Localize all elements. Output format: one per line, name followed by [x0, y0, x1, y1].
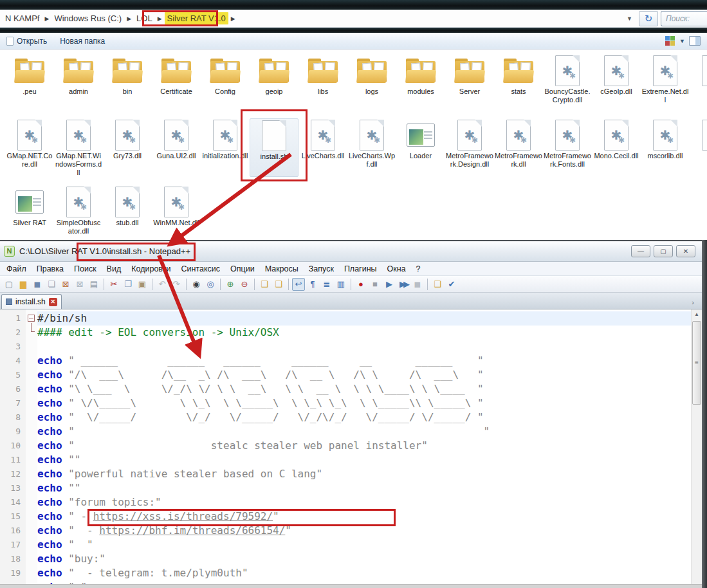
scrollbar-thumb[interactable] — [692, 321, 701, 405]
breadcrumb-item[interactable]: LOL — [134, 12, 155, 24]
breadcrumb-item[interactable]: Windows Rus (C:) — [51, 12, 124, 24]
zoom-out-icon[interactable]: ⊖ — [238, 278, 251, 291]
fold-marker[interactable] — [26, 326, 37, 340]
file-item-admin[interactable]: admin — [54, 54, 103, 104]
print-icon[interactable]: ▤ — [87, 278, 100, 291]
close-all-icon[interactable]: ⊠ — [73, 278, 86, 291]
file-item-certificate[interactable]: Certificate — [152, 54, 201, 104]
copy-icon[interactable]: ❐ — [122, 278, 134, 291]
file-item-livecharts-wpf-dll[interactable]: ✱✱LiveCharts.Wpf.dll — [347, 118, 396, 177]
menu-окна[interactable]: Окна — [382, 264, 411, 273]
vertical-scrollbar[interactable]: ▲ — [691, 309, 702, 584]
preview-pane-icon[interactable] — [689, 36, 701, 46]
tab-close-icon[interactable]: ✕ — [49, 298, 57, 306]
file-item-cgeoip-dll[interactable]: ✱✱cGeoIp.dll — [592, 54, 641, 104]
close-button[interactable]: ✕ — [676, 245, 695, 257]
word-wrap-icon[interactable]: ↩ — [292, 278, 305, 291]
file-item-gmap-net-windowsforms-dll[interactable]: ✱✱GMap.NET.WindowsForms.dll — [54, 118, 103, 177]
macro-stop-icon[interactable]: ■ — [369, 278, 381, 291]
file-item-gmap-net-core-dll[interactable]: ✱✱GMap.NET.Core.dll — [5, 118, 54, 177]
notepadpp-titlebar[interactable]: N C:\LOL\Silver RAT V1.0\install.sh - No… — [0, 241, 702, 262]
breadcrumb-item[interactable]: Silver RAT V1.0 — [165, 12, 228, 24]
new-folder-button[interactable]: Новая папка — [53, 33, 111, 49]
open-folder-icon[interactable]: ▆ — [17, 278, 30, 291]
code-area[interactable]: 1#/bin/sh2#### edit -> EOL conversion ->… — [0, 309, 691, 584]
macro-save-icon[interactable]: ◼ — [411, 278, 424, 291]
file-item-stats[interactable]: stats — [494, 54, 543, 104]
menu-макросы[interactable]: Макросы — [260, 264, 304, 273]
open-button[interactable]: Открыть — [0, 33, 53, 49]
redo-icon[interactable]: ↷ — [170, 278, 183, 291]
file-item-config[interactable]: Config — [201, 54, 250, 104]
file-item-mono-cecil-dll[interactable]: ✱✱Mono.Cecil.dll — [592, 118, 641, 177]
file-item-silver-rat[interactable]: Silver RAT — [5, 185, 54, 235]
file-item-initialization-dll[interactable]: ✱✱initialization.dll — [201, 118, 250, 177]
file-item-na[interactable]: ✱✱NA — [690, 118, 707, 177]
file-item-metroframework-fonts-dll[interactable]: ✱✱MetroFramework.Fonts.dll — [543, 118, 592, 177]
address-dropdown-icon[interactable]: ▼ — [620, 15, 639, 22]
file-item-metroframework-dll[interactable]: ✱✱MetroFramework.dll — [494, 118, 543, 177]
scroll-up-icon[interactable]: ▲ — [692, 309, 702, 320]
view-dropdown-icon[interactable]: ▼ — [679, 38, 685, 44]
undo-icon[interactable]: ↶ — [156, 278, 169, 291]
menu-синтаксис[interactable]: Синтаксис — [176, 264, 225, 273]
menu-правка[interactable]: Правка — [32, 264, 69, 273]
file-item-geoip[interactable]: geoip — [250, 54, 298, 104]
minimize-button[interactable]: — — [631, 245, 650, 257]
show-all-chars-icon[interactable]: ¶ — [306, 278, 319, 291]
file-item-livecharts-dll[interactable]: ✱✱LiveCharts.dll — [298, 118, 347, 177]
file-item-ge[interactable]: ✱✱Ge — [690, 54, 707, 104]
editor[interactable]: 1#/bin/sh2#### edit -> EOL conversion ->… — [0, 309, 702, 584]
explorer-address-bar[interactable]: N KAMPf▶Windows Rus (C:)▶LOL▶Silver RAT … — [0, 10, 707, 28]
menu-опции[interactable]: Опции — [225, 264, 260, 273]
menu-вид[interactable]: Вид — [102, 264, 127, 273]
file-item-modules[interactable]: modules — [396, 54, 445, 104]
file-item-bouncycastle-crypto-dll[interactable]: ✱✱BouncyCastle.Crypto.dll — [543, 54, 592, 104]
file-item-winmm-net-dll[interactable]: ✱✱WinMM.Net.dll — [152, 185, 201, 235]
menu-кодировки[interactable]: Кодировки — [126, 264, 176, 273]
refresh-button[interactable]: ↻ — [639, 11, 658, 26]
url-link[interactable]: https://xss.is/threads/79592/ — [93, 510, 273, 522]
doc-map-icon[interactable]: ▥ — [335, 278, 347, 291]
doc-monitor-icon[interactable]: ❑ — [431, 278, 444, 291]
sync-scroll-h-icon[interactable]: ❑ — [272, 278, 285, 291]
file-item-extreme-net-dll[interactable]: ✱✱Extreme.Net.dll — [641, 54, 690, 104]
file-item-guna-ui2-dll[interactable]: ✱✱Guna.UI2.dll — [152, 118, 201, 177]
tab-install-sh[interactable]: install.sh ✕ — [1, 294, 62, 309]
menu-?[interactable]: ? — [411, 264, 426, 273]
save-copy-icon[interactable]: ❏ — [45, 278, 58, 291]
file-item-libs[interactable]: libs — [298, 54, 347, 104]
file-item-gry73-dll[interactable]: ✱✱Gry73.dll — [103, 118, 152, 177]
close-file-icon[interactable]: ⊠ — [59, 278, 72, 291]
menu-плагины[interactable]: Плагины — [339, 264, 382, 273]
macro-record-icon[interactable]: ● — [354, 278, 367, 291]
file-item-metroframework-design-dll[interactable]: ✱✱MetroFramework.Design.dll — [445, 118, 494, 177]
zoom-in-icon[interactable]: ⊕ — [224, 278, 237, 291]
file-item-mscorlib-dll[interactable]: ✱✱mscorlib.dll — [641, 118, 690, 177]
spell-check-icon[interactable]: ✔ — [445, 278, 458, 291]
macro-play-icon[interactable]: ▶ — [383, 278, 396, 291]
find-icon[interactable]: ◉ — [190, 278, 203, 291]
cut-icon[interactable]: ✂ — [107, 278, 120, 291]
indent-guide-icon[interactable]: ≣ — [320, 278, 333, 291]
menu-запуск[interactable]: Запуск — [304, 264, 339, 273]
new-file-icon[interactable]: ▢ — [3, 278, 15, 291]
menu-поиск[interactable]: Поиск — [69, 264, 102, 273]
replace-icon[interactable]: ◎ — [204, 278, 217, 291]
save-icon[interactable]: ◼ — [31, 278, 44, 291]
menu-файл[interactable]: Файл — [1, 264, 32, 273]
search-input[interactable]: Поиск: — [661, 11, 707, 26]
change-view-icon[interactable] — [665, 36, 675, 46]
file-item-stub-dll[interactable]: ✱✱stub.dll — [103, 185, 152, 235]
file-item-server[interactable]: Server — [445, 54, 494, 104]
tab-scroll-icon[interactable]: › — [692, 299, 694, 306]
url-link[interactable]: https://bhf.im/threads/666154/ — [99, 524, 285, 537]
file-item-loader[interactable]: Loader — [396, 118, 445, 177]
file-item-bin[interactable]: bin — [103, 54, 152, 104]
file-item-logs[interactable]: logs — [347, 54, 396, 104]
file-item-install-sh[interactable]: install.sh — [250, 118, 298, 177]
sync-scroll-v-icon[interactable]: ❑ — [258, 278, 271, 291]
file-item--peu[interactable]: .peu — [5, 54, 54, 104]
file-item-simpleobfuscator-dll[interactable]: ✱✱SimpleObfuscator.dll — [54, 185, 103, 235]
paste-icon[interactable]: ▣ — [136, 278, 149, 291]
